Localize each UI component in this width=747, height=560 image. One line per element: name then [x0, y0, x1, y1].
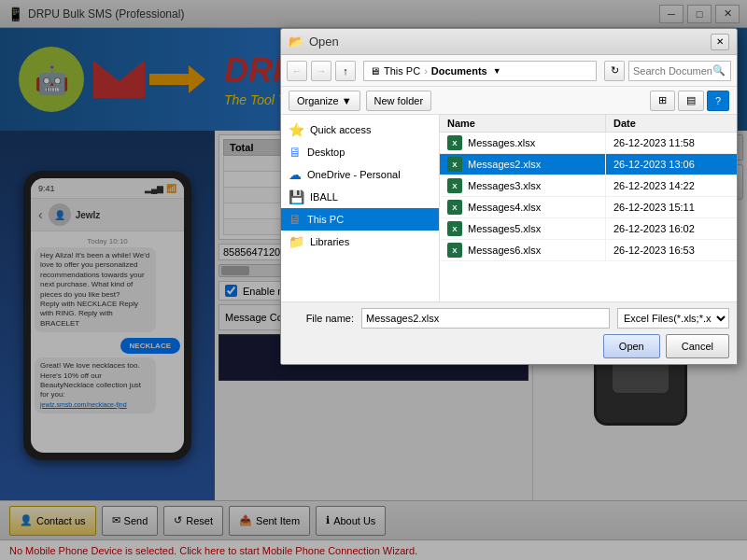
new-folder-button[interactable]: New folder [366, 91, 432, 111]
file-name-5: X Messages5.xlsx [440, 218, 606, 239]
search-box: 🔍 [628, 61, 731, 81]
tree-item-quickaccess[interactable]: ⭐ Quick access [281, 119, 439, 141]
file-date-4: 26-12-2023 15:11 [606, 199, 737, 216]
tree-item-libraries[interactable]: 📁 Libraries [281, 231, 439, 253]
dialog-close-button[interactable]: ✕ [711, 34, 729, 50]
filename-input[interactable] [361, 308, 610, 329]
file-row-6[interactable]: X Messages6.xlsx 26-12-2023 16:53 [440, 240, 737, 261]
file-name-1: X Messages.xlsx [440, 133, 606, 153]
file-row-5[interactable]: X Messages5.xlsx 26-12-2023 16:02 [440, 218, 737, 240]
filename-label: File name: [289, 313, 354, 324]
search-icon: 🔍 [712, 64, 726, 77]
file-date-5: 26-12-2023 16:02 [606, 220, 737, 237]
thispc-icon: 🖥 [289, 212, 302, 227]
dialog-toolbar: Organize ▼ New folder ⊞ ▤ ? [281, 87, 737, 115]
open-button[interactable]: Open [603, 334, 660, 358]
tree-item-iball[interactable]: 💾 IBALL [281, 186, 439, 208]
file-date-2: 26-12-2023 13:06 [606, 156, 737, 173]
col-header-name[interactable]: Name [440, 115, 606, 132]
file-row-4[interactable]: X Messages4.xlsx 26-12-2023 15:11 [440, 197, 737, 218]
iball-icon: 💾 [289, 189, 304, 204]
file-list: Name Date X Messages.xlsx 26-12-2023 11:… [440, 115, 737, 301]
breadcrumb: 🖥 This PC › Documents ▼ [363, 61, 597, 81]
search-input[interactable] [633, 65, 712, 77]
excel-icon: X [447, 200, 462, 215]
dialog-icon: 📂 [289, 35, 303, 49]
file-date-3: 26-12-2023 14:22 [606, 177, 737, 194]
breadcrumb-documents[interactable]: Documents [431, 65, 487, 77]
filename-row: File name: Excel Files(*.xls;*.xlsx) [289, 308, 729, 329]
col-header-date[interactable]: Date [606, 115, 737, 132]
filetype-select[interactable]: Excel Files(*.xls;*.xlsx) [617, 308, 729, 329]
desktop-icon: 🖥 [289, 145, 302, 160]
dialog-content: ⭐ Quick access 🖥 Desktop ☁ OneDrive - Pe… [281, 115, 737, 301]
nav-tree: ⭐ Quick access 🖥 Desktop ☁ OneDrive - Pe… [281, 115, 440, 301]
dialog-overlay: 📂 Open ✕ ← → ↑ 🖥 This PC › Documents ▼ ↻… [0, 0, 747, 560]
dialog-titlebar: 📂 Open ✕ [281, 29, 737, 55]
onedrive-icon: ☁ [289, 167, 302, 182]
file-name-4: X Messages4.xlsx [440, 197, 606, 217]
quick-access-icon: ⭐ [289, 122, 304, 137]
cancel-button[interactable]: Cancel [666, 334, 729, 358]
nav-refresh-button[interactable]: ↻ [604, 61, 625, 81]
file-name-6: X Messages6.xlsx [440, 240, 606, 260]
nav-back-button[interactable]: ← [287, 61, 307, 81]
dialog-title: Open [309, 35, 711, 49]
excel-icon: X [447, 178, 462, 193]
tree-item-onedrive[interactable]: ☁ OneDrive - Personal [281, 163, 439, 186]
organize-dropdown-icon: ▼ [342, 95, 352, 106]
excel-icon: X [447, 221, 462, 236]
view-pane-button[interactable]: ▤ [678, 91, 704, 111]
dialog-nav-bar: ← → ↑ 🖥 This PC › Documents ▼ ↻ 🔍 [281, 55, 737, 87]
dialog-footer: File name: Excel Files(*.xls;*.xlsx) Ope… [281, 301, 737, 364]
tree-item-desktop[interactable]: 🖥 Desktop [281, 141, 439, 163]
organize-button[interactable]: Organize ▼ [289, 91, 360, 111]
file-row-3[interactable]: X Messages3.xlsx 26-12-2023 14:22 [440, 175, 737, 197]
view-toggle-button[interactable]: ⊞ [650, 91, 675, 111]
file-list-header: Name Date [440, 115, 737, 133]
excel-icon: X [447, 243, 462, 258]
nav-forward-button[interactable]: → [311, 61, 331, 81]
file-date-1: 26-12-2023 11:58 [606, 134, 737, 151]
file-row-1[interactable]: X Messages.xlsx 26-12-2023 11:58 [440, 133, 737, 154]
breadcrumb-expand[interactable]: ▼ [493, 66, 501, 76]
help-button[interactable]: ? [707, 91, 729, 111]
nav-up-button[interactable]: ↑ [335, 61, 356, 81]
dialog-action-row: Open Cancel [289, 334, 729, 358]
breadcrumb-sep: › [424, 65, 428, 77]
excel-icon: X [447, 135, 462, 150]
tree-item-thispc[interactable]: 🖥 This PC [281, 208, 439, 231]
excel-icon: X [447, 157, 462, 172]
file-name-3: X Messages3.xlsx [440, 175, 606, 196]
breadcrumb-thispc[interactable]: This PC [384, 65, 420, 77]
open-dialog: 📂 Open ✕ ← → ↑ 🖥 This PC › Documents ▼ ↻… [280, 28, 738, 365]
file-row-2[interactable]: X Messages2.xlsx 26-12-2023 13:06 [440, 154, 737, 175]
view-controls: ⊞ ▤ ? [650, 91, 729, 111]
file-date-6: 26-12-2023 16:53 [606, 242, 737, 259]
breadcrumb-icon: 🖥 [370, 65, 380, 77]
file-name-2: X Messages2.xlsx [440, 154, 606, 175]
libraries-icon: 📁 [289, 234, 304, 249]
